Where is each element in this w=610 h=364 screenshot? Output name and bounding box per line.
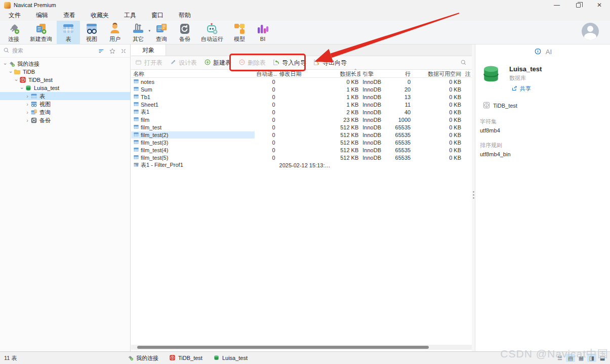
menu-item[interactable]: 收藏夹 <box>83 10 116 21</box>
detail-view-icon[interactable]: ▤ <box>566 354 575 362</box>
app-logo-icon <box>4 2 11 9</box>
cell-rows: 1000 <box>392 117 413 123</box>
toolbar-button-query[interactable]: 查询 <box>150 21 173 44</box>
info-panel: AI Luisa_test 数据库 共享 TiDB_test 字符集 utf8m… <box>476 44 610 351</box>
panel-splitter[interactable] <box>472 44 475 351</box>
table-list: notes00 KBInnoDB00 KBSum01 KBInnoDB200 K… <box>131 78 472 169</box>
table-row[interactable]: 表1 - Filter_Prof12025-02-12 15:13:… <box>131 161 472 169</box>
toolbar-button-table[interactable]: 表 <box>57 21 80 44</box>
toolbar-button-connect[interactable]: 连接 <box>2 21 25 44</box>
table-row[interactable]: film_test0512 KBInnoDB655350 KB <box>131 123 472 131</box>
tree-item-TiDB[interactable]: ⌄ TiDB <box>0 68 130 76</box>
chevron-right-icon[interactable]: › <box>24 101 30 107</box>
close-button[interactable]: ✕ <box>589 0 610 10</box>
open-table-icon <box>135 59 142 67</box>
column-header-data_free[interactable]: 数据可用空间 <box>413 70 463 77</box>
column-header-comment[interactable]: 注 <box>463 70 472 77</box>
share-link[interactable]: 共享 <box>509 85 542 93</box>
new-table-button[interactable]: 新建表 <box>204 59 231 67</box>
tree-item-备份[interactable]: › 备份 <box>0 116 130 124</box>
chevron-right-icon[interactable]: › <box>24 117 30 123</box>
favorites-star-icon[interactable] <box>109 48 116 55</box>
menu-item[interactable]: 工具 <box>116 10 144 21</box>
column-header-rows[interactable]: 行 <box>392 70 413 77</box>
menu-bar: 文件编辑查看收藏夹工具窗口帮助 <box>0 10 610 21</box>
tree-item-TiDB_test[interactable]: ⌄ TiDB_test <box>0 76 130 84</box>
database-type-label: 数据库 <box>509 74 542 82</box>
restore-button[interactable] <box>567 0 589 10</box>
table-row[interactable]: Sheet101 KBInnoDB110 KB <box>131 101 472 108</box>
tree-item-表[interactable]: › 表 <box>0 92 130 100</box>
sidebar-search[interactable]: 搜索 <box>0 44 130 58</box>
toolbar-button-user[interactable]: 用户 <box>103 21 127 44</box>
chevron-down-icon[interactable]: ⌄ <box>2 60 8 66</box>
cell-rows: 65535 <box>392 155 413 161</box>
cell-data_free: 0 KB <box>413 117 463 123</box>
cell-auto_increment: 0 <box>255 140 277 146</box>
menu-item[interactable]: 帮助 <box>171 10 198 21</box>
table-row[interactable]: Tb101 KBInnoDB130 KB <box>131 93 472 101</box>
delete-table-button: 删除表 <box>238 59 266 67</box>
sort-ascending-icon: ⌃ <box>354 68 358 73</box>
column-header-modified[interactable]: 修改日期 <box>277 70 338 77</box>
chevron-right-icon[interactable]: › <box>24 109 30 115</box>
breadcrumb-TiDB_test[interactable]: TiDB_test <box>167 354 202 362</box>
panel-bottom-icon[interactable]: ⬓ <box>598 354 607 362</box>
chevron-down-icon[interactable]: ⌄ <box>19 84 25 90</box>
table-row[interactable]: 表102 KBInnoDB400 KB <box>131 108 472 116</box>
toolbar-button-view[interactable]: 视图 <box>80 21 103 44</box>
folder-icon <box>14 68 21 75</box>
menu-item[interactable]: 窗口 <box>144 10 171 21</box>
collapse-all-icon[interactable] <box>120 48 127 55</box>
scrollbar-thumb[interactable] <box>137 346 429 349</box>
import-wizard-button[interactable]: 导入向导 <box>273 59 306 67</box>
table-row[interactable]: film_test(2)0512 KBInnoDB655350 KB <box>131 131 472 139</box>
objects-search-icon[interactable] <box>460 59 467 67</box>
cell-data_length: 1 KB <box>338 86 360 93</box>
tree-item-Luisa_test[interactable]: ⌄ Luisa_test <box>0 84 130 92</box>
tree-item-我的连接[interactable]: ⌄ 我的连接 <box>0 60 130 68</box>
filter-sort-icon[interactable] <box>98 48 105 55</box>
toolbar-button-other[interactable]: 其它▾ <box>127 21 150 44</box>
tree-item-查询[interactable]: › 查询 <box>0 108 130 116</box>
toolbar-button-autorun[interactable]: 自动运行 <box>196 21 228 44</box>
panel-right-icon[interactable]: ◨ <box>587 354 596 362</box>
table-row[interactable]: film_test(5)0512 KBInnoDB655350 KB <box>131 154 472 161</box>
connection-tree: ⌄ 我的连接⌄ TiDB⌄ TiDB_test⌄ Luisa_test› <box>0 58 130 124</box>
cell-name: film <box>131 116 255 123</box>
breadcrumb-我的连接[interactable]: 我的连接 <box>125 354 158 362</box>
cell-modified: 2025-02-12 15:13:… <box>277 162 338 168</box>
backup-icon <box>30 117 37 124</box>
table-icon <box>133 147 139 154</box>
table-row[interactable]: Sum01 KBInnoDB200 KB <box>131 85 472 93</box>
horizontal-scrollbar[interactable] <box>131 345 472 350</box>
export-wizard-button[interactable]: 导出向导 <box>313 59 347 67</box>
toolbar-button-new-query[interactable]: 新建查询 <box>25 21 57 44</box>
user-account-button[interactable] <box>582 23 599 40</box>
list-view-icon[interactable]: ☰ <box>555 354 564 362</box>
menu-item[interactable]: 文件 <box>1 10 28 21</box>
ai-label[interactable]: AI <box>546 48 552 56</box>
chevron-right-icon[interactable]: › <box>24 93 30 99</box>
column-header-auto_increment[interactable]: 自动递… <box>255 70 277 77</box>
menu-item[interactable]: 查看 <box>56 10 83 21</box>
column-header-name[interactable]: 名称 <box>131 70 255 77</box>
tab-objects[interactable]: 对象 <box>131 44 166 56</box>
toolbar-button-model[interactable]: 模型 <box>228 21 251 44</box>
er-view-icon[interactable]: ▦ <box>577 354 586 362</box>
table-row[interactable]: film_test(3)0512 KBInnoDB655350 KB <box>131 139 472 146</box>
minimize-button[interactable]: — <box>546 0 567 10</box>
menu-item[interactable]: 编辑 <box>28 10 56 21</box>
info-icon[interactable] <box>534 48 542 56</box>
breadcrumb-Luisa_test[interactable]: Luisa_test <box>211 354 248 362</box>
tree-item-视图[interactable]: › 视图 <box>0 100 130 108</box>
table-row[interactable]: film023 KBInnoDB10000 KB <box>131 116 472 123</box>
table-row[interactable]: film_test(4)0512 KBInnoDB655350 KB <box>131 146 472 154</box>
cell-data_free: 0 KB <box>413 155 463 161</box>
chevron-down-icon[interactable]: ⌄ <box>13 76 19 82</box>
column-header-engine[interactable]: 引擎 <box>360 70 392 77</box>
table-row[interactable]: notes00 KBInnoDB00 KB <box>131 78 472 85</box>
chevron-down-icon[interactable]: ⌄ <box>8 68 14 74</box>
toolbar-button-backup[interactable]: 备份 <box>173 21 196 44</box>
toolbar-button-bi[interactable]: BI <box>251 21 274 44</box>
